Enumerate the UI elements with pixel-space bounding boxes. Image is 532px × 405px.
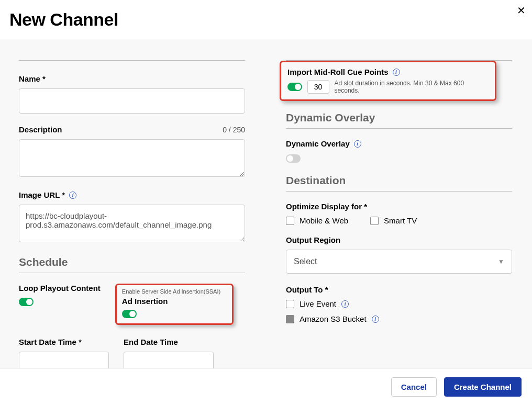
image-url-label: Image URL *: [19, 190, 65, 199]
start-datetime-label: Start Date Time *: [19, 338, 109, 346]
checkbox-label: Amazon S3 Bucket: [300, 314, 367, 323]
info-icon[interactable]: i: [393, 69, 400, 76]
ad-insertion-highlight: Enable Server Side Ad Insertion(SSAI) Ad…: [115, 284, 234, 325]
create-channel-button[interactable]: Create Channel: [444, 377, 522, 397]
checkbox-live-event[interactable]: Live Event i: [286, 299, 512, 308]
end-datetime-label: End Date Time: [124, 338, 214, 346]
midroll-label: Import Mid-Roll Cue Points: [287, 68, 389, 76]
checkbox-label: Smart TV: [384, 216, 417, 225]
info-icon[interactable]: i: [372, 316, 379, 323]
midroll-helper: Ad slot duration in seconds. Min 30 & Ma…: [335, 80, 489, 94]
checkbox-label: Mobile & Web: [300, 216, 348, 225]
chevron-down-icon: ▼: [498, 258, 504, 265]
loop-playout-label: Loop Playout Content: [19, 284, 101, 292]
cancel-button[interactable]: Cancel: [391, 377, 437, 397]
divider: [19, 273, 245, 273]
midroll-duration-input[interactable]: [307, 80, 329, 94]
dynamic-overlay-label: Dynamic Overlay: [286, 139, 350, 148]
info-icon[interactable]: i: [354, 140, 361, 148]
checkbox-icon: [370, 217, 379, 225]
midroll-toggle[interactable]: [287, 83, 302, 91]
ad-insertion-toggle[interactable]: [122, 310, 137, 318]
description-label: Description: [19, 125, 62, 134]
midroll-highlight: Import Mid-Roll Cue Points i Ad slot dur…: [280, 61, 496, 101]
output-region-label: Output Region: [286, 235, 512, 244]
ad-insertion-helper: Enable Server Side Ad Insertion(SSAI): [122, 288, 227, 295]
destination-section-title: Destination: [286, 174, 512, 187]
checkbox-mobile-web[interactable]: Mobile & Web: [286, 216, 348, 225]
output-region-select[interactable]: Select ▼: [286, 250, 512, 274]
checkbox-s3-bucket[interactable]: Amazon S3 Bucket i: [286, 314, 512, 323]
info-icon[interactable]: i: [69, 192, 76, 199]
dialog-header: New Channel ✕: [0, 0, 532, 39]
name-input[interactable]: [19, 88, 245, 114]
optimize-label: Optimize Display for *: [286, 202, 512, 211]
divider: [19, 60, 245, 61]
name-label: Name *: [19, 74, 245, 83]
ad-insertion-label: Ad Insertion: [122, 297, 227, 306]
checkbox-smart-tv[interactable]: Smart TV: [370, 216, 417, 225]
checkbox-label: Live Event: [300, 299, 336, 308]
dynamic-overlay-toggle[interactable]: [286, 154, 301, 163]
description-input[interactable]: [19, 139, 245, 177]
page-title: New Channel: [9, 9, 523, 30]
image-url-input[interactable]: https://bc-cloudplayout-prod.s3.amazonaw…: [19, 205, 245, 242]
select-value: Select: [294, 257, 317, 266]
dialog-footer: Cancel Create Channel: [0, 368, 532, 405]
dialog-body: Name * Description 0 / 250 Image URL * i…: [0, 39, 532, 368]
schedule-section-title: Schedule: [19, 256, 245, 268]
divider: [286, 128, 512, 129]
loop-playout-toggle[interactable]: [19, 298, 34, 306]
checkbox-icon: [286, 300, 294, 308]
output-to-label: Output To *: [286, 285, 512, 294]
description-counter: 0 / 250: [223, 126, 245, 134]
divider: [286, 191, 512, 192]
checkbox-icon: [286, 315, 294, 323]
close-icon[interactable]: ✕: [517, 4, 526, 17]
checkbox-icon: [286, 217, 294, 225]
info-icon[interactable]: i: [341, 300, 349, 308]
overlay-section-title: Dynamic Overlay: [286, 111, 512, 124]
